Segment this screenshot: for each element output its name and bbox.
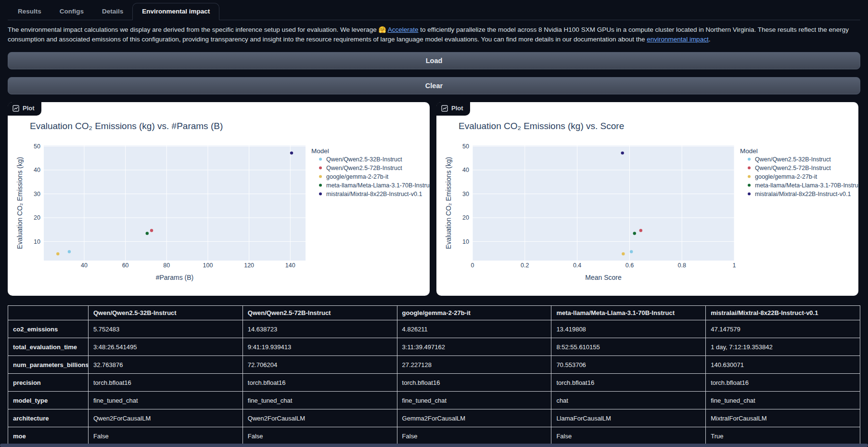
data-point (621, 151, 624, 154)
series-Qwen/Qwen2.5-72B-Instruct[interactable] (639, 229, 642, 232)
tab-configs[interactable]: Configs (51, 3, 93, 20)
series-meta-llama/Meta-Llama-3.1-70B-Instruct[interactable] (633, 232, 636, 235)
environmental-impact-link[interactable]: environmental impact (647, 36, 708, 43)
legend-item-Qwen/Qwen2.5-32B-Instruct[interactable]: Qwen/Qwen2.5-32B-Instruct (748, 156, 831, 163)
cell-value: 14.638723 (243, 320, 397, 338)
series-meta-llama/Meta-Llama-3.1-70B-Instruct[interactable] (146, 232, 149, 235)
plot-component-label: Plot (8, 102, 41, 116)
co2-vs-score-plot-card: Plot 00.20.40.60.811020304050Evaluation … (436, 102, 858, 296)
y-tick-label: 20 (462, 214, 469, 221)
x-axis-title: #Params (B) (156, 274, 194, 281)
legend-label: google/gemma-2-27b-it (326, 173, 389, 180)
y-tick-label: 30 (34, 191, 40, 197)
load-button[interactable]: Load (8, 52, 860, 69)
data-point (150, 229, 153, 232)
legend-item-google/gemma-2-27b-it[interactable]: google/gemma-2-27b-it (748, 173, 817, 180)
legend: ModelQwen/Qwen2.5-32B-InstructQwen/Qwen2… (740, 147, 858, 197)
cell-value: True (706, 427, 860, 445)
table-header: Qwen/Qwen2.5-32B-InstructQwen/Qwen2.5-72… (8, 306, 860, 320)
description-part-1: The environmental impact calculations we… (8, 26, 378, 33)
cell-value: 47.147579 (706, 320, 860, 338)
legend-marker (319, 167, 322, 170)
legend-label: mistralai/Mixtral-8x22B-Instruct-v0.1 (326, 191, 422, 197)
column-header (8, 306, 89, 320)
series-google/gemma-2-27b-it[interactable] (622, 252, 625, 255)
cell-value: LlamaForCausalLM (551, 409, 706, 427)
legend-marker (319, 158, 322, 161)
legend-marker (319, 193, 322, 196)
column-header: meta-llama/Meta-Llama-3.1-70B-Instruct (551, 306, 706, 320)
y-tick-label: 40 (462, 167, 469, 173)
legend-item-Qwen/Qwen2.5-72B-Instruct[interactable]: Qwen/Qwen2.5-72B-Instruct (748, 165, 831, 171)
legend-item-google/gemma-2-27b-it[interactable]: google/gemma-2-27b-it (319, 173, 389, 180)
x-tick-label: 40 (81, 262, 88, 269)
x-tick-label: 0.4 (573, 262, 581, 269)
cell-value: torch.bfloat16 (243, 374, 397, 392)
cell-value: 1 day, 7:12:19.353842 (706, 338, 860, 356)
accelerate-link[interactable]: Accelerate (388, 26, 419, 33)
table-row: co2_emissions5.75248314.6387234.82621113… (8, 320, 860, 338)
legend-label: Qwen/Qwen2.5-32B-Instruct (755, 156, 831, 163)
data-point (622, 252, 625, 255)
series-Qwen/Qwen2.5-72B-Instruct[interactable] (150, 229, 153, 232)
cell-value: False (397, 427, 551, 445)
plots-row: Plot 4060801001201401020304050Evaluation… (8, 102, 860, 296)
legend-item-meta-llama/Meta-Llama-3.1-70B-Instruct[interactable]: meta-llama/Meta-Llama-3.1-70B-Instruct (319, 182, 430, 189)
cell-value: torch.bfloat16 (706, 374, 860, 392)
co2-vs-params-plot-card: Plot 4060801001201401020304050Evaluation… (8, 102, 430, 296)
tab-bar: Results Configs Details Environmental im… (8, 3, 860, 20)
plot-label-text: Plot (23, 105, 35, 112)
y-tick-label: 30 (462, 191, 469, 197)
series-Qwen/Qwen2.5-32B-Instruct[interactable] (630, 250, 633, 253)
cell-value: 32.763876 (89, 356, 243, 374)
x-tick-label: 0 (471, 262, 474, 269)
y-tick-label: 10 (34, 238, 40, 245)
legend-marker (319, 175, 322, 178)
y-axis-title: Evaluation CO₂ Emissions (kg) (445, 157, 452, 249)
legend-item-mistralai/Mixtral-8x22B-Instruct-v0.1[interactable]: mistralai/Mixtral-8x22B-Instruct-v0.1 (319, 191, 422, 197)
plot-area[interactable] (44, 145, 306, 261)
co2-vs-score-chart[interactable]: 00.20.40.60.811020304050Evaluation CO₂ E… (436, 102, 858, 296)
description-part-3: . (709, 36, 711, 43)
x-tick-label: 0.2 (521, 262, 529, 269)
table-row: total_evaluation_time3:48:26.5414959:41:… (8, 338, 860, 356)
column-header: Qwen/Qwen2.5-32B-Instruct (89, 306, 243, 320)
legend-item-mistralai/Mixtral-8x22B-Instruct-v0.1[interactable]: mistralai/Mixtral-8x22B-Instruct-v0.1 (748, 191, 851, 197)
tab-details[interactable]: Details (93, 3, 132, 20)
cell-value: fine_tuned_chat (243, 392, 397, 409)
tab-results[interactable]: Results (9, 3, 51, 20)
cell-value: 5.752483 (89, 320, 243, 338)
series-Qwen/Qwen2.5-32B-Instruct[interactable] (68, 250, 71, 253)
x-tick-label: 60 (122, 262, 129, 269)
row-label: model_type (8, 392, 89, 409)
x-tick-label: 0.8 (678, 262, 686, 269)
data-point (290, 151, 293, 154)
legend-item-Qwen/Qwen2.5-72B-Instruct[interactable]: Qwen/Qwen2.5-72B-Instruct (319, 165, 402, 171)
x-tick-label: 140 (285, 262, 295, 269)
series-google/gemma-2-27b-it[interactable] (56, 252, 59, 255)
y-tick-label: 50 (34, 143, 40, 150)
co2-vs-params-chart[interactable]: 4060801001201401020304050Evaluation CO₂ … (8, 102, 430, 296)
row-label: architecture (8, 409, 89, 427)
series-mistralai/Mixtral-8x22B-Instruct-v0.1[interactable] (621, 151, 624, 154)
environmental-impact-page: Results Configs Details Environmental im… (0, 0, 868, 445)
legend-item-Qwen/Qwen2.5-32B-Instruct[interactable]: Qwen/Qwen2.5-32B-Instruct (319, 156, 402, 163)
legend-item-meta-llama/Meta-Llama-3.1-70B-Instruct[interactable]: meta-llama/Meta-Llama-3.1-70B-Instruct (748, 182, 858, 189)
table-header-row: Qwen/Qwen2.5-32B-InstructQwen/Qwen2.5-72… (8, 306, 860, 320)
plot-area[interactable] (472, 145, 734, 261)
series-mistralai/Mixtral-8x22B-Instruct-v0.1[interactable] (290, 151, 293, 154)
cell-value: torch.bfloat16 (397, 374, 551, 392)
row-label: num_parameters_billions (8, 356, 89, 374)
clear-button[interactable]: Clear (8, 77, 860, 94)
table-row: moeFalseFalseFalseFalseTrue (8, 427, 860, 445)
cell-value: 27.227128 (397, 356, 551, 374)
horizontal-scrollbar[interactable] (0, 444, 868, 447)
cell-value: False (89, 427, 243, 445)
tab-environmental-impact[interactable]: Environmental impact (132, 3, 219, 20)
legend-label: meta-llama/Meta-Llama-3.1-70B-Instruct (755, 182, 858, 189)
cell-value: fine_tuned_chat (397, 392, 551, 409)
table-row: architectureQwen2ForCausalLMQwen2ForCaus… (8, 409, 860, 427)
cell-value: 13.419808 (551, 320, 706, 338)
legend-label: Qwen/Qwen2.5-72B-Instruct (326, 165, 402, 171)
data-point (56, 252, 59, 255)
